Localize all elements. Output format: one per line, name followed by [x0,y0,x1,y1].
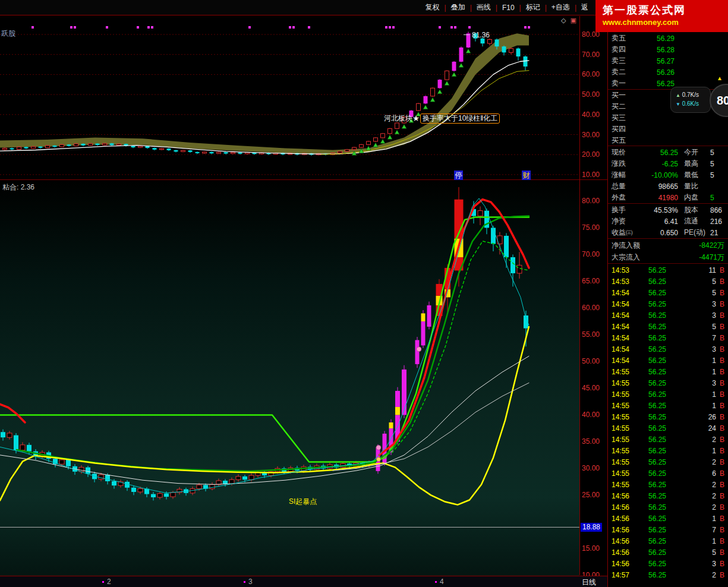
tick-row: 14:5556.2524B [608,422,728,434]
tick-side: B [716,503,724,512]
quote-label: 涨幅 [612,170,640,180]
tick-row: 14:5556.251B [608,389,728,400]
x-axis-tick [102,581,104,583]
toolbar-button-4[interactable]: F10 [497,4,519,12]
divider [608,263,728,264]
tick-row: 14:5656.253B [608,558,728,569]
upload-speed: 0.7K/s [682,91,699,98]
tick-price: 56.25 [635,413,666,421]
divider [608,146,728,146]
ask-row[interactable]: 卖二56.26 [608,67,728,78]
tick-side: B [716,481,724,489]
tick-volume: 2 [666,435,716,444]
ask-label: 卖一 [612,78,636,89]
bid-row[interactable]: 买三 [608,112,728,124]
window-box-icon[interactable]: ▣ [570,17,576,24]
toolbar-buttons: 复权|叠加|画线|F10|标记|+自选|返 [421,2,593,12]
upper-price-axis: 80.0070.0060.0050.0040.0030.0020.0010.00 [581,16,607,178]
period-selector[interactable]: 日线 [582,577,596,587]
tick-volume: 24 [666,424,716,433]
tick-time: 14:55 [612,435,635,444]
tick-side: B [716,390,724,399]
tick-row: 14:5556.251B [608,445,728,456]
ask-label: 卖三 [612,56,636,66]
ask-row[interactable]: 卖三56.27 [608,55,728,67]
tick-side: B [716,323,724,331]
tick-row: 14:5656.251B [608,535,728,547]
flow-row: 净流入额-8422万 [608,239,728,251]
ask-price: 56.25 [636,80,675,88]
price-axis-label: 10.00 [582,171,600,179]
tick-price: 56.25 [635,435,666,444]
diamond-icon[interactable]: ◇ [561,17,566,24]
tick-row: 14:5656.257B [608,524,728,535]
fund-row: 收益㈢0.650PE(动)21 [608,227,728,238]
tick-side: B [716,289,724,297]
upper-chart-canvas[interactable] [0,16,579,178]
tick-price: 56.25 [635,379,666,387]
tick-price: 56.25 [635,571,666,579]
quote-row: 外盘41980内盘5 [608,192,728,203]
tick-time: 14:54 [612,311,635,320]
tick-volume: 3 [666,345,716,354]
collapse-arrow-icon[interactable]: ▲ [717,75,723,81]
tick-time: 14:56 [612,515,635,523]
ask-row[interactable]: 卖四56.28 [608,44,728,55]
price-axis-label: 10.00 [582,571,600,576]
lower-chart-canvas[interactable] [0,182,579,576]
quote-value: 6.41 [640,217,678,226]
tick-side: B [716,277,724,286]
quote-value-2: 5 [710,149,724,157]
tick-volume: 5 [666,323,716,331]
highlight-price-label: 18.88 [581,523,602,532]
x-axis-label: 3 [248,577,253,586]
x-axis-tick [435,581,437,583]
tick-time: 14:55 [612,379,635,387]
tick-time: 14:53 [612,277,635,286]
bid-row[interactable]: 买五 [608,135,728,146]
tick-row: 14:5656.251B [608,513,728,524]
toolbar-button-3[interactable]: 画线 [472,2,496,12]
tick-price: 56.25 [635,469,666,478]
network-speed-widget[interactable]: ▲ 0.7K/s ▼ 0.6K/s [670,87,711,113]
toolbar-button-5[interactable]: 标记 [521,2,545,12]
event-badge-report[interactable]: 财 [522,171,531,180]
tick-time: 14:54 [612,300,635,308]
toolbar-button-1[interactable]: 复权 [421,2,445,12]
ask-row[interactable]: 卖一56.25 [608,78,728,89]
tick-row: 14:5456.257B [608,332,728,343]
tick-row: 14:5356.2511B [608,264,728,276]
tick-trade-list[interactable]: 14:5356.2511B14:5356.255B14:5456.255B14:… [608,264,728,587]
tick-price: 56.25 [635,402,666,410]
toolbar-button-7[interactable]: 返 [576,2,593,12]
tick-time: 14:56 [612,548,635,557]
speed-score: 80 [717,94,728,108]
tick-volume: 1 [666,515,716,523]
bid-row[interactable]: 买四 [608,124,728,135]
event-badge-halt[interactable]: 停 [454,171,463,180]
tick-price: 56.25 [635,458,666,466]
price-axis-label: 45.00 [582,384,600,392]
tick-time: 14:55 [612,458,635,466]
quote-label: 净资 [612,216,640,226]
toolbar-button-2[interactable]: 叠加 [446,2,470,12]
tick-price: 56.25 [635,289,666,297]
bid-label: 买一 [612,90,636,100]
tick-volume: 2 [666,571,716,579]
tick-time: 14:55 [612,402,635,410]
site-logo-banner[interactable]: 第一股票公式网 www.chnmoney.com [595,0,728,32]
tick-volume: 2 [666,458,716,466]
tick-price: 56.25 [635,390,666,399]
tick-price: 56.25 [635,334,666,342]
toolbar-button-6[interactable]: +自选 [547,2,575,12]
price-axis-label: 55.00 [582,330,600,339]
quote-row: 总量98665量比 [608,181,728,192]
tick-side: B [716,334,724,342]
ask-row[interactable]: 卖五56.29 [608,33,728,44]
tick-time: 14:57 [612,571,635,579]
quote-label-2: 量比 [684,181,710,191]
tick-volume: 1 [666,368,716,376]
quote-value: 98665 [640,182,678,191]
tick-side: B [716,435,724,444]
tick-volume: 1 [666,356,716,365]
